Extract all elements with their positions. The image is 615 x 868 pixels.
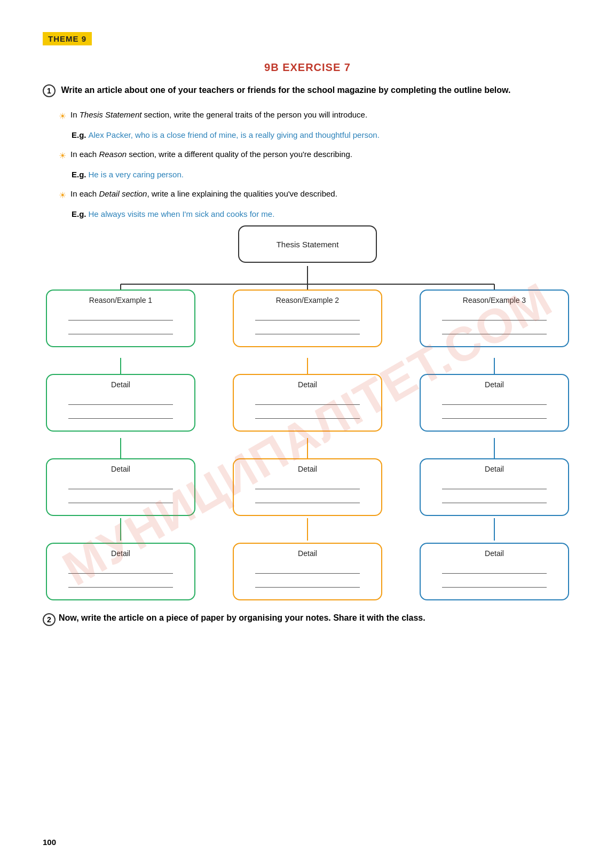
instruction-1-text: In Thesis Statement section, write the g…	[70, 107, 367, 123]
reason-line-1b	[68, 325, 172, 334]
question2-number: 2	[43, 613, 56, 626]
thesis-row: Thesis Statement	[46, 225, 569, 263]
reason-row: Reason/Example 1 Reason/Example 2 Reason…	[46, 290, 569, 347]
thesis-label: Thesis Statement	[277, 240, 339, 249]
detail-line-1-2b	[68, 494, 172, 503]
detail-label-2-2: Detail	[242, 465, 373, 473]
detail-box-1-1: Detail	[46, 374, 195, 432]
sun-icon-2: ☀	[59, 147, 66, 165]
sun-icon-3: ☀	[59, 187, 66, 204]
detail-label-1-1: Detail	[56, 380, 186, 389]
page: МУНИЦИПАЛITЕТ.COM THEME 9 9B EXERCISE 7 …	[0, 0, 615, 868]
detail-box-2-3: Detail	[233, 543, 382, 600]
detail-line-3-3b	[442, 578, 546, 588]
question1-block: 1 Write an article about one of your tea…	[43, 84, 572, 97]
detail-line-2-1a	[255, 395, 359, 405]
detail-line-2-1b	[255, 409, 359, 419]
detail-line-3-2b	[442, 494, 546, 503]
detail-italic: Detail section	[99, 189, 147, 198]
exercise-title: 9B EXERCISE 7	[43, 61, 572, 74]
instructions-block: ☀ In Thesis Statement section, write the…	[59, 107, 572, 222]
detail-line-1-3a	[68, 564, 172, 574]
question1-number: 1	[43, 84, 56, 97]
reason-label-3: Reason/Example 3	[429, 296, 559, 304]
example-2-text: He is a very caring person.	[89, 170, 184, 179]
detail-line-1-3b	[68, 578, 172, 588]
detail-line-3-1a	[442, 395, 546, 405]
instruction-3: ☀ In each Detail section, write a line e…	[59, 186, 572, 204]
reason-line-1a	[68, 311, 172, 320]
example-3: E.g.He always visits me when I'm sick an…	[72, 206, 572, 222]
detail-label-3-2: Detail	[429, 465, 559, 473]
instruction-2-text: In each Reason section, write a differen…	[70, 146, 352, 162]
question1-text: Write an article about one of your teach…	[61, 85, 510, 95]
detail-box-3-1: Detail	[420, 374, 569, 432]
reason-italic: Reason	[99, 150, 127, 159]
reason-box-3: Reason/Example 3	[420, 290, 569, 347]
detail-label-2-3: Detail	[242, 549, 373, 558]
example-1: E.g.Alex Packer, who is a close friend o…	[72, 127, 572, 143]
reason-box-2: Reason/Example 2	[233, 290, 382, 347]
detail-line-1-1b	[68, 409, 172, 419]
reason-label-1: Reason/Example 1	[56, 296, 186, 304]
detail-box-2-1: Detail	[233, 374, 382, 432]
detail-label-3-3: Detail	[429, 549, 559, 558]
detail-line-1-1a	[68, 395, 172, 405]
detail-line-2-3b	[255, 578, 359, 588]
detail-line-1-2a	[68, 480, 172, 489]
detail-row-2: Detail Detail Detail	[46, 458, 569, 516]
theme-label: THEME 9	[43, 32, 92, 45]
detail-row-3: Detail Detail Detail	[46, 543, 569, 600]
detail-line-2-3a	[255, 564, 359, 574]
detail-label-2-1: Detail	[242, 380, 373, 389]
reason-line-2a	[255, 311, 359, 320]
reason-line-2b	[255, 325, 359, 334]
detail-label-3-1: Detail	[429, 380, 559, 389]
detail-line-2-2a	[255, 480, 359, 489]
instruction-2: ☀ In each Reason section, write a differ…	[59, 146, 572, 165]
detail-label-1-3: Detail	[56, 549, 186, 558]
detail-line-2-2b	[255, 494, 359, 503]
question2-text: Now, write the article on a piece of pap…	[59, 613, 425, 623]
detail-box-3-2: Detail	[420, 458, 569, 516]
detail-label-1-2: Detail	[56, 465, 186, 473]
detail-line-3-1b	[442, 409, 546, 419]
thesis-box: Thesis Statement	[238, 225, 377, 263]
reason-line-3b	[442, 325, 546, 334]
detail-box-1-2: Detail	[46, 458, 195, 516]
sun-icon-1: ☀	[59, 108, 66, 125]
detail-line-3-2a	[442, 480, 546, 489]
example-2: E.g.He is a very caring person.	[72, 167, 572, 183]
example-3-text: He always visits me when I'm sick and co…	[89, 209, 275, 218]
page-number: 100	[43, 838, 56, 847]
example-1-text: Alex Packer, who is a close friend of mi…	[89, 130, 380, 139]
detail-line-3-3a	[442, 564, 546, 574]
reason-line-3a	[442, 311, 546, 320]
detail-box-2-2: Detail	[233, 458, 382, 516]
reason-box-1: Reason/Example 1	[46, 290, 195, 347]
thesis-italic: Thesis Statement	[80, 110, 142, 119]
reason-label-2: Reason/Example 2	[242, 296, 373, 304]
question2-block: 2 Now, write the article on a piece of p…	[43, 613, 572, 626]
instruction-3-text: In each Detail section, write a line exp…	[70, 186, 337, 202]
detail-box-3-3: Detail	[420, 543, 569, 600]
instruction-1: ☀ In Thesis Statement section, write the…	[59, 107, 572, 125]
detail-box-1-3: Detail	[46, 543, 195, 600]
detail-row-1: Detail Detail Detail	[46, 374, 569, 432]
diagram-container: Thesis Statement Reason/Example 1 Reason…	[46, 225, 569, 600]
